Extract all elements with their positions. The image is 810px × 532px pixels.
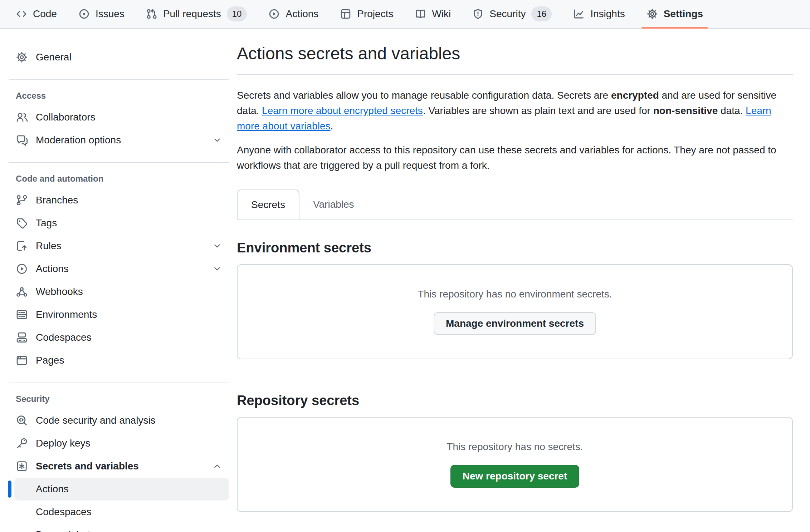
environment-secrets-blankslate: This repository has no environment secre…: [237, 264, 793, 359]
sidebar-subitem-label: Actions: [36, 483, 69, 495]
tab-label: Insights: [590, 8, 625, 20]
repo-nav: Code Issues Pull requests 10 Actions Pro…: [0, 0, 810, 29]
tab-settings[interactable]: Settings: [638, 0, 712, 28]
sidebar-item-moderation-options[interactable]: Moderation options: [9, 129, 229, 152]
tab-actions[interactable]: Actions: [260, 0, 327, 28]
sidebar-subitem-codespaces[interactable]: Codespaces: [14, 501, 229, 523]
sidebar-item-label: Actions: [36, 263, 69, 275]
tab-label: Actions: [286, 8, 318, 20]
play-circle-icon: [268, 8, 280, 20]
environment-secrets-heading: Environment secrets: [237, 240, 793, 256]
secrets-variables-tabnav: Secrets Variables: [237, 189, 793, 220]
intro-text: Secrets and variables allow you to manag…: [237, 90, 611, 101]
divider: [237, 74, 793, 75]
sidebar-item-codespaces[interactable]: Codespaces: [9, 326, 229, 349]
main-content: Actions secrets and variables Secrets an…: [237, 29, 793, 512]
rules-icon: [16, 240, 28, 252]
page-title: Actions secrets and variables: [237, 44, 793, 63]
issue-icon: [78, 8, 90, 20]
gear-icon: [16, 51, 28, 63]
sidebar-item-general[interactable]: General: [9, 46, 229, 69]
pull-requests-count-badge: 10: [227, 6, 247, 21]
sidebar-item-label: Moderation options: [36, 134, 121, 146]
divider: [9, 79, 229, 80]
shield-icon: [472, 8, 484, 20]
webhook-icon: [16, 286, 28, 298]
environment-secrets-empty-text: This repository has no environment secre…: [418, 289, 612, 300]
gear-icon: [646, 8, 658, 20]
tab-projects[interactable]: Projects: [331, 0, 402, 28]
new-repository-secret-button[interactable]: New repository secret: [450, 465, 580, 488]
sidebar-subitem-label: Codespaces: [36, 506, 92, 518]
people-icon: [16, 111, 28, 123]
intro-text: data.: [718, 105, 746, 116]
play-circle-icon: [16, 263, 28, 275]
sidebar-item-pages[interactable]: Pages: [9, 349, 229, 372]
key-icon: [16, 437, 28, 449]
sidebar-subitem-label: Dependabot: [36, 529, 91, 532]
chevron-up-icon: [213, 462, 222, 471]
link-encrypted-secrets[interactable]: Learn more about encrypted secrets: [262, 105, 423, 116]
sidebar-item-label: Collaborators: [36, 112, 96, 123]
tab-label: Wiki: [432, 8, 451, 20]
sidebar-item-webhooks[interactable]: Webhooks: [9, 280, 229, 303]
divider: [9, 383, 229, 383]
sidebar-subitem-actions[interactable]: Actions: [14, 478, 229, 501]
sidebar-subitem-dependabot[interactable]: Dependabot: [14, 523, 229, 532]
sidebar-section-code-and-automation: Code and automation: [9, 174, 229, 184]
sidebar-item-tags[interactable]: Tags: [9, 212, 229, 235]
tab-secrets[interactable]: Secrets: [237, 189, 299, 220]
tab-variables[interactable]: Variables: [299, 189, 368, 220]
sidebar-item-deploy-keys[interactable]: Deploy keys: [9, 432, 229, 455]
settings-sidebar: General Access Collaborators Moderation …: [0, 29, 237, 532]
sidebar-item-actions[interactable]: Actions: [9, 257, 229, 280]
tag-icon: [16, 217, 28, 229]
repository-secrets-heading: Repository secrets: [237, 393, 793, 408]
intro-bold-encrypted: encrypted: [611, 90, 659, 101]
codescan-icon: [16, 414, 28, 427]
tab-label: Code: [33, 8, 57, 20]
chevron-down-icon: [213, 264, 222, 274]
intro-paragraph: Secrets and variables allow you to manag…: [237, 88, 793, 134]
chevron-down-icon: [213, 241, 222, 251]
collaborator-paragraph: Anyone with collaborator access to this …: [237, 142, 793, 173]
tab-insights[interactable]: Insights: [565, 0, 634, 28]
sidebar-item-label: Codespaces: [36, 332, 92, 343]
sidebar-item-label: Rules: [36, 240, 62, 252]
intro-text: . Variables are shown as plain text and …: [423, 105, 653, 116]
graph-icon: [573, 8, 585, 20]
tab-issues[interactable]: Issues: [70, 0, 133, 28]
sidebar-item-label: Branches: [36, 194, 78, 206]
sidebar-item-rules[interactable]: Rules: [9, 235, 229, 257]
repository-secrets-blankslate: This repository has no secrets. New repo…: [237, 417, 793, 512]
sidebar-item-branches[interactable]: Branches: [9, 189, 229, 212]
server-icon: [16, 309, 28, 321]
manage-environment-secrets-button[interactable]: Manage environment secrets: [434, 312, 596, 335]
tab-wiki[interactable]: Wiki: [406, 0, 459, 28]
sidebar-item-label: Tags: [36, 217, 57, 229]
tab-label: Projects: [357, 8, 393, 20]
sidebar-item-label: Code security and analysis: [36, 415, 156, 426]
sidebar-section-access: Access: [9, 91, 229, 101]
tab-label: Settings: [664, 8, 703, 20]
sidebar-item-label: Environments: [36, 309, 97, 320]
repository-secrets-empty-text: This repository has no secrets.: [447, 441, 583, 453]
tab-pull-requests[interactable]: Pull requests 10: [137, 0, 256, 28]
sidebar-item-code-security[interactable]: Code security and analysis: [9, 409, 229, 432]
sidebar-item-environments[interactable]: Environments: [9, 303, 229, 326]
browser-icon: [16, 354, 28, 366]
intro-bold-non-sensitive: non-sensitive: [653, 105, 718, 116]
book-icon: [415, 8, 426, 20]
asterisk-box-icon: [16, 460, 28, 472]
sidebar-item-label: Deploy keys: [36, 438, 91, 449]
sidebar-item-secrets-and-variables[interactable]: Secrets and variables: [9, 455, 229, 478]
sidebar-item-label: General: [36, 51, 72, 63]
tab-code[interactable]: Code: [7, 0, 65, 28]
sidebar-item-collaborators[interactable]: Collaborators: [9, 106, 229, 129]
sidebar-section-security: Security: [9, 394, 229, 404]
git-branch-icon: [16, 194, 28, 206]
comment-discussion-icon: [16, 134, 28, 146]
tab-security[interactable]: Security 16: [464, 0, 560, 28]
tab-label: Security: [489, 8, 526, 20]
divider: [9, 162, 229, 163]
